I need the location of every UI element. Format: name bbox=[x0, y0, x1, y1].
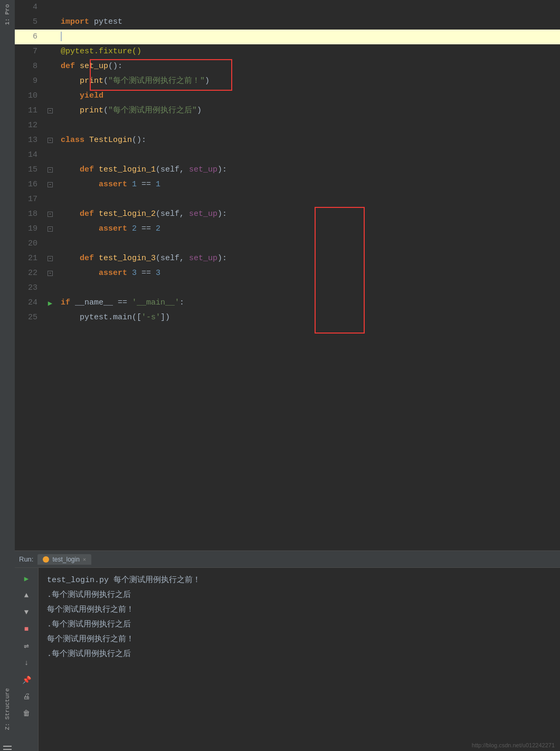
scroll-down-button[interactable]: ▼ bbox=[19, 605, 34, 620]
output-line-2: 每个测试用例执行之前！ bbox=[47, 603, 552, 617]
sidebar-divider bbox=[3, 746, 12, 747]
code-line-4: 4 bbox=[15, 0, 560, 15]
code-content-25: pytest.main(['-s']) bbox=[56, 310, 560, 325]
line-gutter-25 bbox=[44, 310, 56, 325]
line-number-5: 5 bbox=[15, 15, 44, 30]
code-line-13: 13-class TestLogin(): bbox=[15, 133, 560, 148]
line-gutter-18[interactable]: - bbox=[44, 207, 56, 222]
clear-button[interactable]: 🗑 bbox=[19, 706, 34, 721]
code-line-7: 7@pytest.fixture() bbox=[15, 44, 560, 59]
line-gutter-6 bbox=[44, 30, 56, 44]
left-sidebar: 1: Pro Z: Structure bbox=[0, 0, 15, 751]
code-content-10: yield bbox=[56, 89, 560, 103]
code-line-24: 24▶if __name__ == '__main__': bbox=[15, 296, 560, 310]
line-gutter-21[interactable]: - bbox=[44, 251, 56, 266]
line-gutter-11[interactable]: - bbox=[44, 103, 56, 118]
code-content-8: def set_up(): bbox=[56, 59, 560, 74]
line-number-8: 8 bbox=[15, 59, 44, 74]
line-number-20: 20 bbox=[15, 236, 44, 251]
code-content-15: def test_login_1(self, set_up): bbox=[56, 163, 560, 177]
line-gutter-13[interactable]: - bbox=[44, 133, 56, 148]
line-number-4: 4 bbox=[15, 0, 44, 15]
tab-icon bbox=[43, 556, 49, 563]
code-line-22: 22- assert 3 == 3 bbox=[15, 266, 560, 281]
line-gutter-4 bbox=[44, 0, 56, 15]
print-button[interactable]: 🖨 bbox=[19, 689, 34, 704]
stop-button[interactable]: ■ bbox=[19, 622, 34, 636]
pin-button[interactable]: 📌 bbox=[19, 672, 34, 687]
code-content-22: assert 3 == 3 bbox=[56, 266, 560, 281]
code-line-9: 9 print("每个测试用例执行之前！") bbox=[15, 74, 560, 89]
line-number-23: 23 bbox=[15, 281, 44, 296]
code-line-18: 18- def test_login_2(self, set_up): bbox=[15, 207, 560, 222]
line-number-14: 14 bbox=[15, 148, 44, 163]
fold-icon[interactable]: - bbox=[48, 167, 53, 173]
code-content-4 bbox=[56, 0, 560, 15]
code-content-21: def test_login_3(self, set_up): bbox=[56, 251, 560, 266]
code-line-20: 20 bbox=[15, 236, 560, 251]
line-gutter-8 bbox=[44, 59, 56, 74]
line-number-17: 17 bbox=[15, 192, 44, 207]
line-number-12: 12 bbox=[15, 118, 44, 133]
code-content-24: if __name__ == '__main__': bbox=[56, 296, 560, 310]
sidebar-tab-structure[interactable]: Z: Structure bbox=[2, 684, 13, 734]
code-content-19: assert 2 == 2 bbox=[56, 222, 560, 236]
run-gutter-icon[interactable]: ▶ bbox=[48, 299, 52, 308]
cursor bbox=[61, 32, 62, 41]
code-line-11: 11- print("每个测试用例执行之后") bbox=[15, 103, 560, 118]
line-number-10: 10 bbox=[15, 89, 44, 103]
fold-icon[interactable]: - bbox=[48, 212, 53, 217]
code-content-11: print("每个测试用例执行之后") bbox=[56, 103, 560, 118]
sidebar-tab-project[interactable]: 1: Pro bbox=[2, 0, 13, 30]
run-label: Run: bbox=[19, 555, 33, 563]
fold-icon[interactable]: - bbox=[48, 271, 53, 276]
run-body: ▶ ▲ ▼ ■ ⇌ ↓ 📌 🖨 🗑 test_login.py 每个测试用例执行… bbox=[15, 568, 560, 751]
code-line-15: 15- def test_login_1(self, set_up): bbox=[15, 163, 560, 177]
line-gutter-16[interactable]: - bbox=[44, 177, 56, 192]
fold-icon[interactable]: - bbox=[48, 226, 53, 232]
code-line-14: 14 bbox=[15, 148, 560, 163]
run-button[interactable]: ▶ bbox=[19, 571, 34, 586]
line-number-22: 22 bbox=[15, 266, 44, 281]
line-gutter-20 bbox=[44, 236, 56, 251]
line-number-13: 13 bbox=[15, 133, 44, 148]
line-number-6: 6 bbox=[15, 30, 44, 44]
fold-icon[interactable]: - bbox=[48, 108, 53, 113]
fold-icon[interactable]: - bbox=[48, 256, 53, 261]
run-tab-bar: Run: test_login × bbox=[15, 551, 560, 568]
scroll-up-button[interactable]: ▲ bbox=[19, 588, 34, 603]
line-gutter-12 bbox=[44, 118, 56, 133]
line-gutter-24[interactable]: ▶ bbox=[44, 296, 56, 310]
line-number-11: 11 bbox=[15, 103, 44, 118]
line-number-18: 18 bbox=[15, 207, 44, 222]
run-tab[interactable]: test_login × bbox=[37, 554, 91, 565]
tab-close-button[interactable]: × bbox=[83, 556, 86, 563]
code-content-9: print("每个测试用例执行之前！") bbox=[56, 74, 560, 89]
line-number-21: 21 bbox=[15, 251, 44, 266]
code-line-8: 8def set_up(): bbox=[15, 59, 560, 74]
run-output: test_login.py 每个测试用例执行之前！.每个测试用例执行之后每个测试… bbox=[39, 568, 560, 751]
output-line-1: .每个测试用例执行之后 bbox=[47, 588, 552, 603]
line-gutter-17 bbox=[44, 192, 56, 207]
line-gutter-15[interactable]: - bbox=[44, 163, 56, 177]
filter-button[interactable]: ↓ bbox=[19, 655, 34, 670]
line-gutter-5 bbox=[44, 15, 56, 30]
rerun-button[interactable]: ⇌ bbox=[19, 639, 34, 653]
line-number-16: 16 bbox=[15, 177, 44, 192]
sidebar-divider2 bbox=[3, 749, 12, 750]
fold-icon[interactable]: - bbox=[48, 182, 53, 187]
code-line-17: 17 bbox=[15, 192, 560, 207]
line-number-15: 15 bbox=[15, 163, 44, 177]
code-content-14 bbox=[56, 148, 560, 163]
code-content-20 bbox=[56, 236, 560, 251]
line-gutter-19[interactable]: - bbox=[44, 222, 56, 236]
line-gutter-7 bbox=[44, 44, 56, 59]
code-content-5: import pytest bbox=[56, 15, 560, 30]
line-number-24: 24 bbox=[15, 296, 44, 310]
line-number-25: 25 bbox=[15, 310, 44, 325]
fold-icon[interactable]: - bbox=[48, 138, 53, 143]
code-content-6 bbox=[56, 30, 560, 44]
code-content-13: class TestLogin(): bbox=[56, 133, 560, 148]
output-line-5: .每个测试用例执行之后 bbox=[47, 647, 552, 662]
line-gutter-22[interactable]: - bbox=[44, 266, 56, 281]
